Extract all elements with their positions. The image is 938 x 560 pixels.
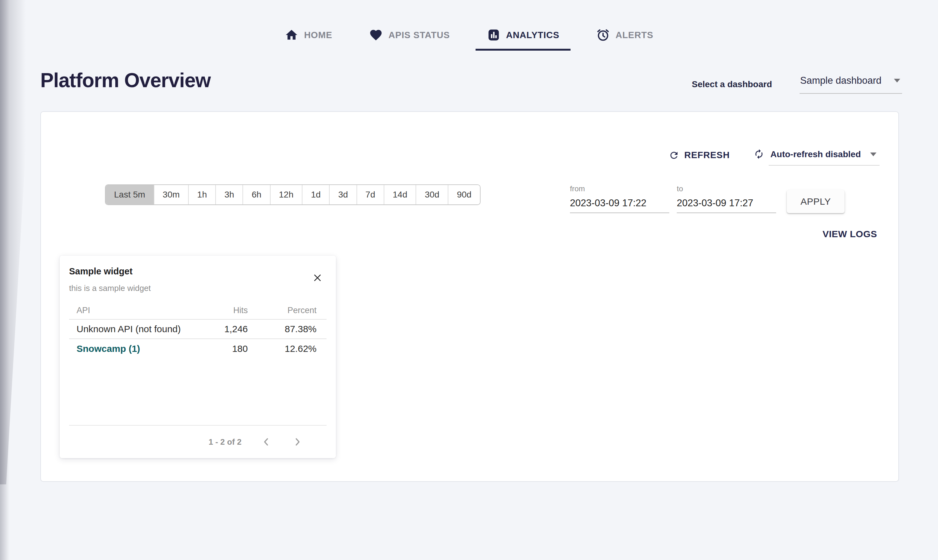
table-row: Unknown API (not found) 1,246 87.38% [69,319,326,339]
time-range-button-1h[interactable]: 1h [188,185,215,205]
cell-hits: 1,246 [198,319,258,339]
sample-widget-card: Sample widget this is a sample widget AP… [60,255,336,458]
left-edge-shadow [0,0,9,560]
auto-refresh-group: Auto-refresh disabled [753,148,880,166]
chevron-down-icon [870,152,876,156]
column-header-percent[interactable]: Percent [258,302,326,319]
auto-refresh-select[interactable]: Auto-refresh disabled [769,148,880,166]
time-range-button-90d[interactable]: 90d [448,185,480,205]
previous-page-button[interactable] [260,435,273,448]
page-title: Platform Overview [40,69,211,92]
left-corner-shadow [0,0,34,485]
dashboard-select-label: Select a dashboard [692,79,772,89]
nav-item-home[interactable]: HOME [274,26,343,51]
dashboard-card: REFRESH Auto-refresh disabled Last 5m 30… [40,111,899,482]
time-range-button-14d[interactable]: 14d [384,185,416,205]
timeframe-row: Last 5m 30m 1h 3h 6h 12h 1d 3d 7d 14d 30… [60,185,880,213]
nav-label-apis-status: APIS STATUS [388,30,450,40]
from-field-group: from 2023-03-09 17:22 [570,185,669,213]
view-logs-row: VIEW LOGS [60,229,880,239]
widget-paginator: 1 - 2 of 2 [69,425,326,458]
chevron-right-icon [293,442,302,448]
time-range-button-30m[interactable]: 30m [154,185,188,205]
from-field-input[interactable]: 2023-03-09 17:22 [570,197,669,213]
nav-label-home: HOME [304,30,332,40]
time-range-button-3d[interactable]: 3d [329,185,356,205]
time-range-button-7d[interactable]: 7d [357,185,384,205]
datetime-fields: from 2023-03-09 17:22 to 2023-03-09 17:2… [570,185,844,213]
chevron-down-icon [894,79,900,83]
widget-table: API Hits Percent Unknown API (not found)… [69,302,326,358]
from-field-label: from [570,185,669,193]
auto-refresh-icon [753,148,764,159]
time-range-button-12h[interactable]: 12h [270,185,302,205]
heart-icon [369,28,383,42]
time-range-button-last5m[interactable]: Last 5m [106,185,154,205]
widget-title: Sample widget [69,266,151,277]
refresh-button[interactable]: REFRESH [669,148,730,161]
time-range-button-1d[interactable]: 1d [302,185,329,205]
nav-item-apis-status[interactable]: APIS STATUS [358,26,461,51]
time-range-button-30d[interactable]: 30d [415,185,448,205]
auto-refresh-select-value: Auto-refresh disabled [770,149,861,159]
nav-item-analytics[interactable]: ANALYTICS [475,26,570,51]
cell-hits: 180 [198,339,258,358]
to-field-input[interactable]: 2023-03-09 17:27 [677,197,776,213]
to-field-label: to [677,185,776,193]
home-icon [284,28,298,42]
next-page-button[interactable] [291,435,304,448]
chevron-left-icon [261,442,271,448]
bar-chart-icon [487,28,501,42]
to-field-group: to 2023-03-09 17:27 [677,185,776,213]
cell-percent: 87.38% [258,319,326,339]
widget-header: Sample widget this is a sample widget [60,255,336,293]
nav-label-alerts: ALERTS [615,30,654,40]
page-header: Platform Overview Select a dashboard Sam… [40,67,902,94]
time-range-button-3h[interactable]: 3h [215,185,243,205]
top-navigation: HOME APIS STATUS ANALYTICS ALERTS [0,0,938,51]
refresh-toolbar: REFRESH Auto-refresh disabled [60,148,880,166]
close-widget-button[interactable] [313,273,322,283]
refresh-button-label: REFRESH [684,150,730,160]
refresh-icon [669,149,679,161]
time-range-button-group: Last 5m 30m 1h 3h 6h 12h 1d 3d 7d 14d 30… [105,185,481,205]
cell-percent: 12.62% [258,339,326,358]
widget-spacer [60,358,336,425]
cell-api-link[interactable]: Snowcamp (1) [69,339,198,358]
column-header-api[interactable]: API [69,302,198,319]
view-logs-link[interactable]: VIEW LOGS [823,229,877,239]
paginator-range-label: 1 - 2 of 2 [209,437,241,447]
alarm-clock-icon [596,28,610,42]
cell-api-name: Unknown API (not found) [69,319,198,339]
column-header-hits[interactable]: Hits [198,302,258,319]
close-icon [313,278,322,283]
table-row: Snowcamp (1) 180 12.62% [69,339,326,358]
nav-label-analytics: ANALYTICS [506,30,559,40]
nav-item-alerts[interactable]: ALERTS [585,26,664,51]
table-header-row: API Hits Percent [69,302,326,319]
widget-header-texts: Sample widget this is a sample widget [69,266,151,293]
dashboard-select[interactable]: Sample dashboard [800,75,902,94]
apply-button[interactable]: APPLY [787,190,844,213]
dashboard-select-value: Sample dashboard [800,75,881,86]
time-range-button-6h[interactable]: 6h [243,185,270,205]
dashboard-select-group: Select a dashboard Sample dashboard [692,75,902,94]
widget-subtitle: this is a sample widget [69,283,151,293]
